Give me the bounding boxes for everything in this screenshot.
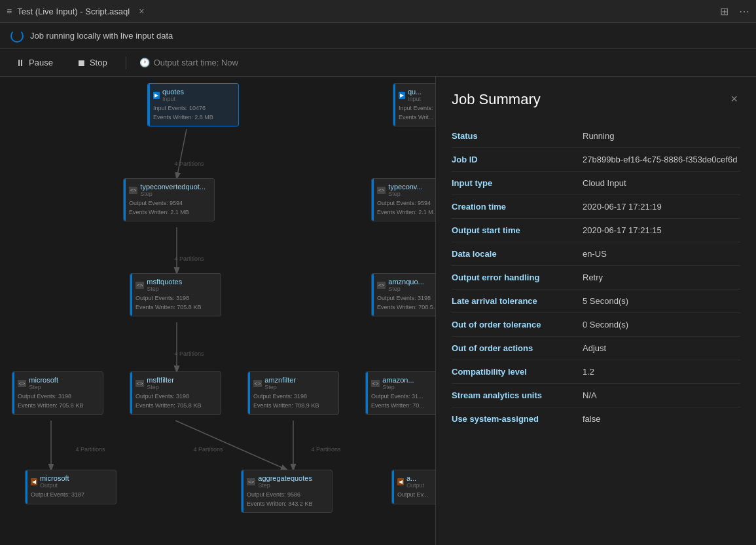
node-header: <> typeconv... Step — [377, 183, 435, 197]
node-header: ▶ qu... Input — [399, 88, 435, 102]
summary-label: Job ID — [452, 155, 583, 164]
summary-value: Cloud Input — [583, 178, 740, 188]
node-stats: Input Events:Events Writ... — [399, 104, 435, 122]
node-type: Output — [40, 482, 69, 489]
stop-icon: ⏹ — [77, 58, 86, 68]
summary-row: Data locale en-US — [452, 242, 740, 266]
diagram-node[interactable]: <> microsoft Step Output Events: 3198Eve… — [12, 371, 103, 415]
node-header: <> typeconvertedquot... Step — [129, 183, 209, 197]
node-type: Step — [264, 384, 296, 390]
diagram-area[interactable]: ▶ quotes Input Input Events: 10476Events… — [0, 77, 435, 545]
summary-row: Stream analytics units N/A — [452, 384, 740, 407]
diagram-node[interactable]: <> msftfilter Step Output Events: 3198Ev… — [130, 371, 221, 415]
node-type: Input — [162, 96, 184, 102]
node-title: aggregatequotes — [258, 474, 312, 482]
diagram-node[interactable]: ▶ quotes Input Input Events: 10476Events… — [147, 83, 239, 126]
more-icon[interactable]: ⋯ — [739, 5, 749, 18]
summary-label: Output error handling — [452, 272, 583, 282]
summary-row: Out of order actions Adjust — [452, 337, 740, 360]
summary-row: Use system-assigned false — [452, 407, 740, 430]
node-type: Step — [147, 384, 174, 390]
node-stats: Output Events: 3198Events Written: 705.8… — [18, 392, 98, 410]
node-type: Step — [29, 384, 58, 390]
node-header: ▶ quotes Input — [153, 88, 233, 102]
diagram-node[interactable]: <> typeconv... Step Output Events: 9594E… — [371, 178, 435, 221]
node-header: <> amazon... Step — [371, 376, 435, 390]
layout-icon[interactable]: ⊞ — [720, 5, 729, 18]
stop-label: Stop — [90, 58, 107, 67]
node-accent-bar — [242, 470, 243, 512]
summary-label: Late arrival tolerance — [452, 296, 583, 306]
node-stats: Output Events: 3187 — [31, 491, 111, 500]
node-title: typeconvertedquot... — [140, 183, 206, 191]
summary-row: Creation time 2020-06-17 17:21:19 — [452, 195, 740, 219]
output-time: 🕐 Output start time: Now — [139, 58, 238, 67]
node-title: typeconv... — [388, 183, 422, 191]
node-type: Step — [388, 191, 422, 197]
node-title: a... — [406, 474, 424, 482]
node-stats: Output Events: 9586Events Written: 343.2… — [247, 491, 327, 508]
node-stats: Input Events: 10476Events Written: 2.8 M… — [153, 104, 233, 122]
pause-button[interactable]: ⏸ Pause — [10, 55, 58, 71]
diagram-node[interactable]: <> aggregatequotes Step Output Events: 9… — [241, 470, 333, 513]
summary-label: Input type — [452, 178, 583, 188]
node-accent-bar — [372, 179, 374, 221]
diagram-node[interactable]: <> msftquotes Step Output Events: 3198Ev… — [130, 273, 221, 316]
title-bar-actions: ⊞ ⋯ — [720, 5, 749, 18]
partitions-label: 4 Partitions — [163, 160, 215, 167]
svg-line-4 — [175, 421, 287, 470]
summary-row: Output start time 2020-06-17 17:21:15 — [452, 219, 740, 242]
status-message: Job running locally with live input data — [30, 31, 173, 41]
node-accent-bar — [393, 84, 395, 126]
diagram-node[interactable]: <> typeconvertedquot... Step Output Even… — [123, 178, 215, 221]
summary-label: Out of order actions — [452, 343, 583, 353]
summary-value: N/A — [583, 390, 740, 400]
output-time-label: Output start time: Now — [154, 58, 238, 67]
node-stats: Output Events: 3198Events Written: 705.8… — [135, 392, 215, 410]
node-header: <> msftfilter Step — [135, 376, 215, 390]
node-title: microsoft — [40, 474, 69, 482]
title-bar-title: Test (Live Input) - Script.asaql — [17, 7, 130, 16]
node-type: Step — [382, 384, 414, 390]
summary-label: Compatibility level — [452, 367, 583, 377]
main-content: ▶ quotes Input Input Events: 10476Events… — [0, 77, 756, 545]
partitions-label: 4 Partitions — [163, 350, 215, 357]
node-accent-bar — [26, 470, 27, 504]
summary-value: Running — [583, 131, 740, 141]
summary-row: Compatibility level 1.2 — [452, 360, 740, 384]
node-accent-bar — [12, 372, 14, 414]
summary-row: Output error handling Retry — [452, 266, 740, 290]
summary-label: Stream analytics units — [452, 390, 583, 400]
node-stats: Output Events: 3198Events Written: 708.9… — [253, 392, 333, 410]
node-accent-bar — [372, 274, 374, 316]
node-title: quotes — [162, 88, 184, 96]
diagram-node[interactable]: ▶ qu... Input Input Events:Events Writ..… — [393, 83, 435, 126]
panel-title: Job Summary — [452, 91, 541, 108]
node-accent-bar — [130, 372, 132, 414]
summary-value: 2020-06-17 17:21:15 — [583, 225, 740, 235]
title-close-button[interactable]: × — [135, 5, 148, 18]
partitions-label: 4 Partitions — [182, 446, 234, 453]
panel-close-button[interactable]: × — [728, 90, 740, 109]
diagram-node[interactable]: <> amznquo... Step Output Events: 3198Ev… — [371, 273, 435, 316]
node-stats: Output Events: 31...Events Written: 70..… — [371, 392, 435, 410]
node-header: <> amznfilter Step — [253, 376, 333, 390]
summary-label: Output start time — [452, 225, 583, 235]
node-header: ◀ microsoft Output — [31, 474, 111, 489]
node-title: msftfilter — [147, 376, 174, 384]
summary-label: Use system-assigned — [452, 414, 583, 424]
job-summary-panel: Job Summary × Status Running Job ID 27b8… — [435, 77, 756, 545]
node-title: msftquotes — [147, 278, 182, 286]
stop-button[interactable]: ⏹ Stop — [71, 55, 113, 71]
menu-icon: ≡ — [7, 6, 12, 16]
node-accent-bar — [366, 372, 368, 414]
node-accent-bar — [248, 372, 250, 414]
diagram-node[interactable]: ◀ a... Output Output Ev... — [391, 470, 435, 504]
diagram-node[interactable]: <> amznfilter Step Output Events: 3198Ev… — [247, 371, 339, 415]
diagram-node[interactable]: <> amazon... Step Output Events: 31...Ev… — [365, 371, 435, 415]
summary-value: false — [583, 414, 740, 424]
summary-row: Status Running — [452, 124, 740, 148]
node-type: Step — [147, 286, 182, 292]
diagram-node[interactable]: ◀ microsoft Output Output Events: 3187 — [25, 470, 117, 504]
node-stats: Output Events: 3198Events Written: 708.5… — [377, 294, 435, 312]
